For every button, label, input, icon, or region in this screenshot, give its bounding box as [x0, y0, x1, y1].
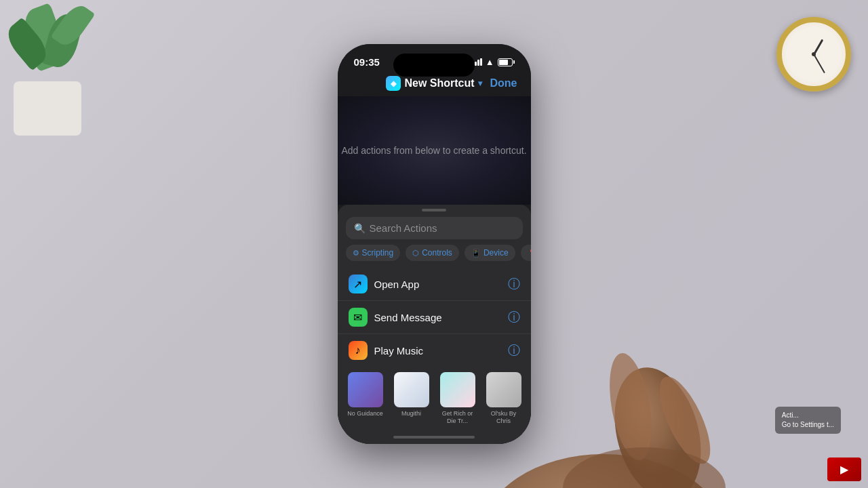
music-label-ol-sku: Ol'sku By Chris: [484, 410, 524, 425]
scripting-icon: ⚙: [353, 249, 359, 258]
action-list: ↗ Open App ⓘ ✉ Send Message ⓘ ♪: [338, 268, 531, 369]
tab-scripting[interactable]: ⚙ Scripting: [346, 245, 401, 261]
media-icon: ▶: [827, 458, 861, 481]
clock-face: [776, 17, 851, 92]
status-icons: ▲: [472, 57, 515, 67]
search-icon: 🔍: [354, 223, 366, 234]
controls-icon: ⬡: [412, 249, 419, 258]
home-bar: [393, 436, 475, 439]
tab-device[interactable]: 📱 Device: [465, 245, 515, 261]
add-actions-placeholder: Add actions from below to create a short…: [341, 144, 526, 158]
tab-controls-label: Controls: [422, 248, 452, 258]
clock-center: [812, 52, 816, 56]
battery-icon: [498, 58, 515, 66]
search-bar[interactable]: 🔍 Search Actions: [346, 217, 523, 239]
activation-text: Acti... Go to Settings t...: [775, 407, 841, 434]
shortcut-canvas: Add actions from below to create a short…: [338, 96, 531, 205]
drag-handle[interactable]: [422, 209, 446, 211]
search-placeholder: Search Actions: [370, 222, 437, 234]
music-label-no-guidance: No Guidance: [347, 410, 383, 418]
music-item-mugithi[interactable]: Mugithi: [392, 372, 431, 425]
send-message-icon: ✉: [349, 308, 368, 327]
music-thumb-ol-sku: [486, 372, 521, 407]
status-time: 09:35: [354, 56, 380, 68]
plant-decoration: [0, 0, 149, 149]
plant-leaves: [7, 0, 95, 95]
clock-decoration: [766, 7, 861, 102]
plant-pot: [14, 81, 81, 136]
music-item-no-guidance[interactable]: No Guidance: [346, 372, 385, 425]
tab-device-label: Device: [484, 248, 509, 258]
action-sheet: 🔍 Search Actions ⚙ Scripting ⬡ Controls …: [338, 205, 531, 444]
open-app-info-button[interactable]: ⓘ: [508, 276, 520, 292]
dynamic-island: [393, 54, 475, 77]
music-items-row: No Guidance Mugithi Get Rich or Die Tr..…: [338, 369, 531, 430]
tab-scripting-label: Scripting: [362, 248, 394, 258]
category-tabs: ⚙ Scripting ⬡ Controls 📱 Device 📍 Locati…: [338, 245, 531, 268]
action-play-music[interactable]: ♪ Play Music ⓘ: [338, 334, 531, 367]
nav-title: ◈ New Shortcut ▾: [386, 76, 481, 91]
wifi-icon: ▲: [486, 57, 494, 67]
clock-inner: [787, 27, 841, 81]
phone-mockup: 09:35 ▲: [338, 44, 531, 444]
home-indicator: [338, 430, 531, 444]
open-app-label: Open App: [374, 279, 501, 290]
chevron-down-icon[interactable]: ▾: [478, 79, 482, 88]
play-music-info-button[interactable]: ⓘ: [508, 342, 520, 359]
music-thumb-get-rich: [440, 372, 475, 407]
tab-location[interactable]: 📍 Location: [521, 245, 531, 261]
action-send-message[interactable]: ✉ Send Message ⓘ: [338, 301, 531, 334]
music-label-get-rich: Get Rich or Die Tr...: [438, 410, 477, 425]
action-open-app[interactable]: ↗ Open App ⓘ: [338, 268, 531, 301]
music-item-ol-sku[interactable]: Ol'sku By Chris: [484, 372, 524, 425]
send-message-label: Send Message: [374, 312, 501, 323]
music-label-mugithi: Mugithi: [401, 410, 421, 418]
device-icon: 📱: [471, 249, 481, 258]
location-icon: 📍: [528, 249, 531, 258]
phone-screen: 09:35 ▲: [338, 44, 531, 444]
tab-controls[interactable]: ⬡ Controls: [406, 245, 459, 261]
music-thumb-no-guidance: [348, 372, 383, 407]
activation-hint: Acti... Go to Settings t...: [775, 407, 841, 434]
shortcut-title[interactable]: New Shortcut: [404, 77, 474, 89]
open-app-icon: ↗: [349, 274, 368, 293]
send-message-info-button[interactable]: ⓘ: [508, 309, 520, 325]
music-thumb-mugithi: [394, 372, 429, 407]
nav-bar: ◈ New Shortcut ▾ Done: [338, 73, 531, 96]
play-music-label: Play Music: [374, 345, 501, 357]
shortcut-app-icon: ◈: [386, 76, 401, 91]
music-item-get-rich[interactable]: Get Rich or Die Tr...: [438, 372, 477, 425]
play-music-icon: ♪: [349, 341, 368, 360]
done-button[interactable]: Done: [490, 77, 517, 89]
minute-hand: [813, 54, 825, 74]
